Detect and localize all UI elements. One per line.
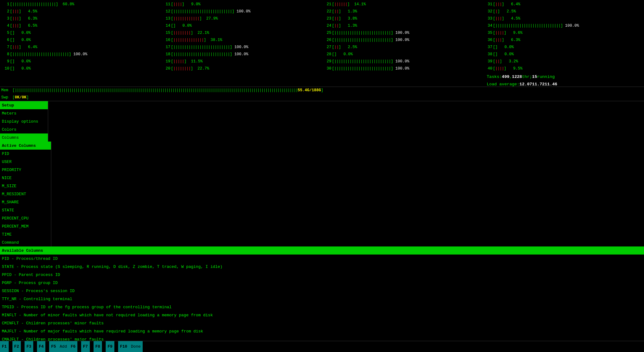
fkey-num-f1: F1: [0, 341, 9, 352]
available-column-item[interactable]: PID - Process/thread ID: [0, 255, 644, 263]
available-columns-panel: Available Columns PID - Process/thread I…: [0, 246, 644, 341]
cpu-row: 29[||||||||||||||||||||||||||]100.0%: [323, 58, 482, 65]
available-column-item[interactable]: MAJFLT - Number of major faults which ha…: [0, 327, 644, 335]
active-column-item[interactable]: TIME: [0, 230, 51, 238]
cpu-row: 10[]0.0%: [1, 65, 160, 72]
cpu-row: 31[|||]6.4%: [484, 1, 643, 8]
active-column-item[interactable]: NICE: [0, 174, 51, 182]
active-columns-header: Active Columns: [0, 142, 51, 150]
fkey-num-f7: F7: [81, 341, 90, 352]
cpu-row: 36[|||]6.3%: [484, 36, 643, 43]
active-column-item[interactable]: PRIORITY: [0, 166, 51, 174]
available-columns-header: Available Columns: [0, 246, 644, 255]
cpu-row: 2[|||]4.5%: [1, 8, 160, 15]
available-column-item[interactable]: TPGID - Process ID of the fg process gro…: [0, 303, 644, 311]
fkey-num-f4: F4: [37, 341, 46, 352]
tasks-thr: 1228: [512, 74, 522, 80]
available-column-item[interactable]: CMINFLT - Children processes' minor faul…: [0, 319, 644, 327]
mem-label: Mem: [1, 87, 12, 94]
cpu-row: 20[||||||||]22.7%: [162, 65, 321, 72]
cpu-row: 13[||||||||||||]27.9%: [162, 15, 321, 22]
cpu-row: 4[|||]6.5%: [1, 22, 160, 29]
cpu-row: 38[]0.0%: [484, 51, 643, 58]
tasks-label: Tasks:: [487, 74, 502, 80]
fkey-label-f10: Done: [129, 341, 142, 352]
cpu-row: 16[||||||||||||||]38.1%: [162, 36, 321, 43]
cpu-row: 28[]0.0%: [323, 51, 482, 58]
active-items-list: PIDUSERPRIORITYNICEM_SIZEM_RESIDENTM_SHA…: [0, 150, 51, 246]
cpu-column-2: 11[||||]9.0%12[|||||||||||||||||||||||||…: [161, 1, 322, 86]
fkey-label-f5: Add: [58, 341, 69, 352]
setup-item[interactable]: Colors: [0, 125, 48, 133]
cpu-row: 14[]0.0%: [162, 22, 321, 29]
available-column-item[interactable]: CMAJFLT - Children processes' major faul…: [0, 335, 644, 341]
active-column-item[interactable]: Command: [0, 238, 51, 246]
cpu-column-3: 21[||||||]14.1%22[||]1.3%23[||]3.8%24[||…: [322, 1, 483, 86]
cpu-row: 33[|||]4.5%: [484, 15, 643, 22]
available-column-item[interactable]: PGRP - Process group ID: [0, 279, 644, 287]
cpu-row: 19[|||||]11.5%: [162, 58, 321, 65]
active-column-item[interactable]: M_SIZE: [0, 182, 51, 190]
active-column-item[interactable]: PERCENT_MEM: [0, 222, 51, 230]
cpu-row: 24[||]1.3%: [323, 22, 482, 29]
setup-item[interactable]: Meters: [0, 109, 48, 117]
setup-item[interactable]: Display options: [0, 117, 48, 125]
fkey-f8[interactable]: F8: [94, 341, 106, 352]
cpu-row: 35[||||]9.6%: [484, 29, 643, 36]
fkey-f2[interactable]: F2: [12, 341, 25, 352]
cpu-row: 30[||||||||||||||||||||||||||]100.0%: [323, 65, 482, 72]
setup-header: Setup: [0, 101, 48, 109]
fkey-num-f3: F3: [25, 341, 33, 352]
available-column-item[interactable]: TTY_NR - Controlling terminal: [0, 295, 644, 303]
available-column-item[interactable]: SESSION - Process's session ID: [0, 287, 644, 295]
setup-item[interactable]: Columns: [0, 133, 48, 142]
active-column-item[interactable]: USER: [0, 158, 51, 166]
fkey-num-f8: F8: [94, 341, 102, 352]
footer: F1 F2 F3 F4 F5AddF6 F7 F8 F9 F10Done: [0, 341, 644, 352]
cpu-row: 40[||||]9.5%: [484, 65, 643, 72]
fkey-f4[interactable]: F4: [37, 341, 49, 352]
cpu-row: 12[|||||||||||||||||||||||||||]100.0%: [162, 8, 321, 15]
cpu-row: 37[]0.0%: [484, 43, 643, 51]
cpu-row: 32[|]2.5%: [484, 8, 643, 15]
tasks-total: 499: [502, 74, 509, 80]
fkey-num-f9: F9: [106, 341, 114, 352]
cpu-row: 27[||]2.5%: [323, 43, 482, 51]
setup-panel: Setup MetersDisplay optionsColorsColumns: [0, 101, 48, 142]
fkey-f7[interactable]: F7: [81, 341, 94, 352]
cpu-row: 26[||||||||||||||||||||||||||]100.0%: [323, 36, 482, 43]
cpu-row: 23[||]3.8%: [323, 15, 482, 22]
cpu-row: 22[||]1.3%: [323, 8, 482, 15]
active-column-item[interactable]: M_SHARE: [0, 198, 51, 206]
fkey-f6[interactable]: F6: [69, 341, 81, 352]
fkey-f3[interactable]: F3: [25, 341, 37, 352]
fkey-f10[interactable]: F10Done: [118, 341, 143, 352]
cpu-row: 11[||||]9.0%: [162, 1, 321, 8]
active-column-item[interactable]: STATE: [0, 206, 51, 214]
cpu-row: 1[||||||||||||||||||||]60.8%: [1, 1, 160, 8]
cpu-row: 5[]0.0%: [1, 29, 160, 36]
cpu-row: 3[|||]6.3%: [1, 15, 160, 22]
cpu-row: 15[||||||||]22.1%: [162, 29, 321, 36]
cpu-row: 17[||||||||||||||||||||||||||]100.0%: [162, 43, 321, 51]
fkey-num-f2: F2: [12, 341, 21, 352]
cpu-row: 6[]0.0%: [1, 36, 160, 43]
available-column-item[interactable]: STATE - Process state (S sleeping, R run…: [0, 263, 644, 271]
cpu-column-4: 31[|||]6.4%32[|]2.5%33[|||]4.5%34[||||||…: [484, 1, 643, 72]
available-column-item[interactable]: MINFLT - Number of minor faults which ha…: [0, 311, 644, 319]
fkey-f1[interactable]: F1: [0, 341, 12, 352]
fkey-f9[interactable]: F9: [106, 341, 118, 352]
active-column-item[interactable]: PID: [0, 150, 51, 158]
cpu-row: 8[||||||||||||||||||||||||||]100.0%: [1, 51, 160, 58]
cpu-row: 25[||||||||||||||||||||||||||]100.0%: [323, 29, 482, 36]
cpu-row: 21[||||||]14.1%: [323, 1, 482, 8]
available-items-list: PID - Process/thread IDSTATE - Process s…: [0, 255, 644, 341]
tasks-running: 15: [532, 74, 537, 80]
available-column-item[interactable]: PPID - Parent process ID: [0, 271, 644, 279]
cpu-column-1: 1[||||||||||||||||||||]60.8%2[|||]4.5%3[…: [0, 1, 161, 86]
active-column-item[interactable]: PERCENT_CPU: [0, 214, 51, 222]
active-column-item[interactable]: M_RESIDENT: [0, 190, 51, 198]
fkey-f5[interactable]: F5Add: [49, 341, 69, 352]
cpu-row: 34[||||||||||||||||||||||||||||||]100.0%: [484, 22, 643, 29]
cpu-row: 39[||]3.2%: [484, 58, 643, 65]
